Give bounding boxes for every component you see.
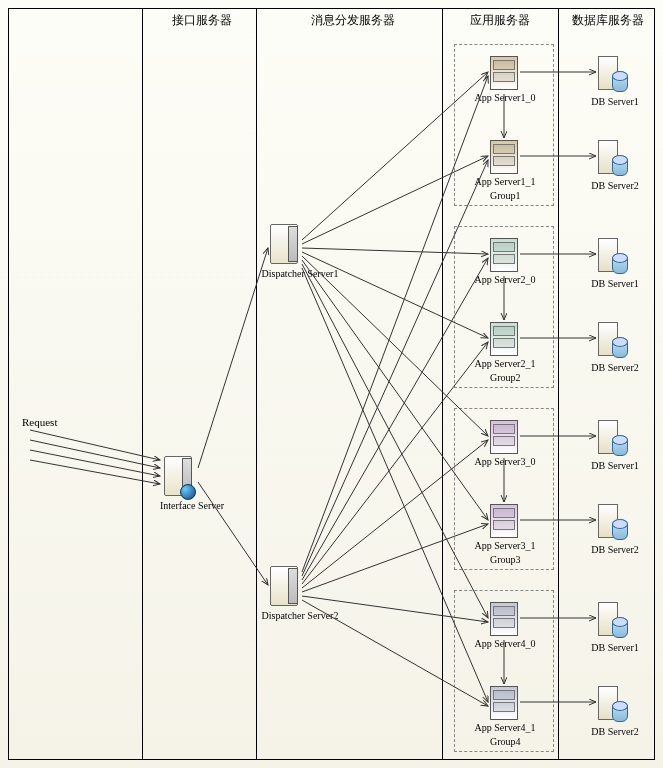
dispatcher1-label: Dispatcher Server1 bbox=[240, 268, 360, 279]
dispatcher1-icon bbox=[268, 218, 302, 266]
app-server2-0-icon bbox=[490, 238, 518, 272]
lane-divider bbox=[558, 9, 559, 759]
db2-g4-icon bbox=[598, 686, 628, 724]
lane-header-dispatcher: 消息分发服务器 bbox=[268, 12, 438, 29]
app-server1-1-icon bbox=[490, 140, 518, 174]
db1-g4-label: DB Server1 bbox=[576, 642, 654, 653]
db2-g2-icon bbox=[598, 322, 628, 360]
db2-g3-icon bbox=[598, 504, 628, 542]
lane-header-app: 应用服务器 bbox=[450, 12, 550, 29]
db2-g1-icon bbox=[598, 140, 628, 178]
app-server3-0-label: App Server3_0 bbox=[458, 456, 552, 467]
db2-g4-label: DB Server2 bbox=[576, 726, 654, 737]
app-server4-1-icon bbox=[490, 686, 518, 720]
db2-g1-label: DB Server2 bbox=[576, 180, 654, 191]
db1-g1-label: DB Server1 bbox=[576, 96, 654, 107]
lane-header-interface: 接口服务器 bbox=[152, 12, 252, 29]
db2-g2-label: DB Server2 bbox=[576, 362, 654, 373]
db1-g1-icon bbox=[598, 56, 628, 94]
app-server2-1-icon bbox=[490, 322, 518, 356]
app-server1-1-label: App Server1_1 bbox=[458, 176, 552, 187]
lane-header-db: 数据库服务器 bbox=[568, 12, 648, 29]
dispatcher2-label: Dispatcher Server2 bbox=[240, 610, 360, 621]
app-server3-0-icon bbox=[490, 420, 518, 454]
app-server1-0-icon bbox=[490, 56, 518, 90]
db1-g3-icon bbox=[598, 420, 628, 458]
app-server2-0-label: App Server2_0 bbox=[458, 274, 552, 285]
lane-divider bbox=[442, 9, 443, 759]
db1-g2-icon bbox=[598, 238, 628, 276]
group4-label: Group4 bbox=[490, 736, 521, 747]
app-server4-0-label: App Server4_0 bbox=[458, 638, 552, 649]
app-server3-1-icon bbox=[490, 504, 518, 538]
group1-label: Group1 bbox=[490, 190, 521, 201]
lane-divider bbox=[256, 9, 257, 759]
dispatcher2-icon bbox=[268, 560, 302, 608]
db1-g2-label: DB Server1 bbox=[576, 278, 654, 289]
interface-server-icon bbox=[162, 450, 196, 498]
interface-server-label: Interface Server bbox=[142, 500, 242, 511]
app-server4-1-label: App Server4_1 bbox=[458, 722, 552, 733]
db2-g3-label: DB Server2 bbox=[576, 544, 654, 555]
app-server3-1-label: App Server3_1 bbox=[458, 540, 552, 551]
db1-g3-label: DB Server1 bbox=[576, 460, 654, 471]
app-server4-0-icon bbox=[490, 602, 518, 636]
app-server2-1-label: App Server2_1 bbox=[458, 358, 552, 369]
group2-label: Group2 bbox=[490, 372, 521, 383]
group3-label: Group3 bbox=[490, 554, 521, 565]
request-label: Request bbox=[22, 416, 57, 428]
db1-g4-icon bbox=[598, 602, 628, 640]
app-server1-0-label: App Server1_0 bbox=[458, 92, 552, 103]
lane-divider bbox=[142, 9, 143, 759]
